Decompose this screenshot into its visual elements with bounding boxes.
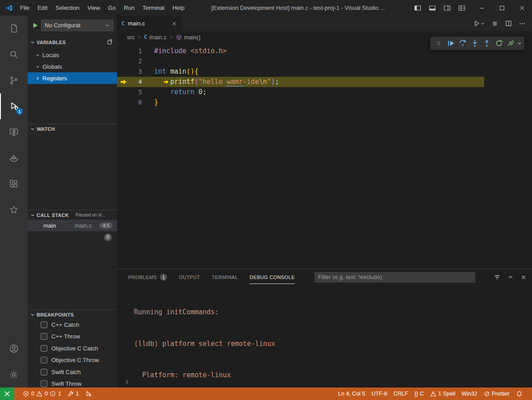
extensions-icon[interactable] — [0, 171, 28, 197]
tab-output[interactable]: OUTPUT — [179, 270, 200, 284]
menu-edit[interactable]: Edit — [34, 0, 51, 16]
explorer-icon[interactable] — [0, 16, 28, 42]
split-editor-icon[interactable] — [505, 20, 512, 27]
restart-button[interactable] — [493, 38, 505, 49]
debug-config-dropdown[interactable]: No Configurat — [41, 20, 113, 31]
breakpoint-margin[interactable] — [117, 46, 130, 56]
breakpoint-row[interactable]: Objective C Catch — [28, 342, 117, 354]
drag-grip-icon[interactable] — [432, 38, 444, 49]
step-over-button[interactable] — [457, 38, 469, 49]
callstack-section-header[interactable]: CALL STACK Paused on st... — [28, 210, 117, 220]
language-mode[interactable]: {}C — [411, 388, 427, 400]
maximize-panel-icon[interactable] — [507, 274, 514, 280]
more-actions-icon[interactable] — [519, 20, 526, 27]
breakpoints-section-header[interactable]: BREAKPOINTS — [28, 309, 117, 319]
code-editor[interactable]: 1 #include <stdio.h> 2 3 int main(){ 4 p… — [117, 43, 532, 269]
breadcrumb-symbol[interactable]: main() — [184, 34, 201, 41]
console-prompt-icon[interactable] — [124, 379, 130, 385]
current-line-arrow-icon[interactable] — [117, 77, 130, 87]
breakpoint-checkbox[interactable] — [41, 333, 47, 340]
breakpoint-row[interactable]: Swift Catch — [28, 366, 117, 378]
breakpoint-checkbox[interactable] — [41, 345, 47, 352]
minimize-button[interactable] — [472, 0, 492, 16]
maximize-button[interactable] — [492, 0, 512, 16]
breakpoint-checkbox[interactable] — [41, 357, 47, 363]
tab-problems[interactable]: PROBLEMS1 — [128, 269, 167, 285]
disconnect-button[interactable] — [505, 38, 517, 49]
tools-status[interactable]: 1 — [64, 388, 82, 400]
encoding-selector[interactable]: UTF-8 — [369, 388, 390, 400]
console-filter-input[interactable] — [314, 272, 475, 283]
tab-debug-console[interactable]: DEBUG CONSOLE — [250, 270, 295, 284]
breadcrumb-folder[interactable]: src — [127, 34, 134, 41]
breadcrumb-file[interactable]: main.c — [150, 34, 167, 41]
toggle-sidebar-icon[interactable] — [414, 4, 421, 12]
breakpoint-margin[interactable] — [117, 67, 130, 77]
eol-selector[interactable]: CRLF — [390, 388, 411, 400]
filter-list-icon[interactable] — [494, 274, 501, 281]
menu-help[interactable]: Help — [168, 0, 189, 16]
chevron-down-icon[interactable] — [517, 41, 522, 46]
search-icon[interactable] — [0, 42, 28, 67]
breakpoint-margin[interactable] — [117, 56, 130, 67]
menu-view[interactable]: View — [84, 0, 104, 16]
breakpoint-row[interactable]: Objective C Throw — [28, 354, 117, 367]
breakpoint-row[interactable]: C++ Catch — [28, 319, 117, 331]
breakpoint-checkbox[interactable] — [41, 321, 47, 328]
settings-gear-icon[interactable] — [0, 362, 28, 388]
breakpoint-margin[interactable] — [117, 97, 130, 108]
remote-explorer-icon[interactable] — [0, 119, 28, 145]
variables-registers-item[interactable]: Registers — [28, 72, 117, 84]
debug-start-status[interactable] — [82, 388, 95, 400]
collapse-all-icon[interactable] — [106, 39, 113, 46]
menu-go[interactable]: Go — [104, 0, 120, 16]
variables-section-header[interactable]: VARIABLES — [28, 38, 117, 47]
close-panel-icon[interactable] — [520, 274, 527, 280]
error-count: 0 — [31, 391, 34, 397]
docker-icon[interactable] — [0, 145, 28, 171]
customize-layout-icon[interactable] — [458, 4, 465, 12]
watch-section-header[interactable]: WATCH — [28, 124, 117, 133]
tab-terminal[interactable]: TERMINAL — [212, 270, 238, 284]
toggle-panel-icon[interactable] — [429, 4, 436, 12]
account-icon[interactable] — [0, 336, 28, 362]
run-file-button[interactable] — [473, 20, 485, 27]
callstack-frame-row[interactable]: main main.c 4:5 — [28, 220, 117, 231]
star-icon[interactable] — [0, 197, 28, 223]
breakpoint-margin[interactable] — [117, 87, 130, 97]
close-button[interactable] — [512, 0, 532, 16]
menu-run[interactable]: Run — [120, 0, 138, 16]
code-token: int — [154, 67, 170, 75]
settings-gear-icon[interactable] — [491, 20, 498, 27]
formatter-status[interactable]: Prettier — [481, 388, 513, 400]
menu-terminal[interactable]: Terminal — [138, 0, 168, 16]
notifications-bell[interactable] — [513, 388, 526, 400]
run-debug-icon[interactable]: 1 — [0, 93, 28, 119]
step-out-button[interactable] — [481, 38, 493, 49]
cursor-position[interactable]: Ln 4, Col 5 — [335, 388, 368, 400]
variables-locals-item[interactable]: Locals — [28, 49, 117, 61]
activity-bar: 1 — [0, 16, 28, 388]
variables-globals-item[interactable]: Globals — [28, 61, 117, 72]
breakpoint-checkbox[interactable] — [41, 369, 47, 375]
step-into-button[interactable] — [469, 38, 481, 49]
toggle-secondary-sidebar-icon[interactable] — [444, 4, 451, 12]
spell-checker-status[interactable]: 1 Spell — [427, 388, 458, 400]
remote-indicator[interactable] — [0, 388, 14, 400]
tab-main-c[interactable]: C main.c — [117, 16, 182, 31]
menu-selection[interactable]: Selection — [51, 0, 83, 16]
prettier-disabled-icon — [484, 391, 490, 397]
close-tab-icon[interactable] — [171, 21, 177, 27]
start-debug-icon[interactable] — [32, 22, 38, 29]
wrench-icon — [67, 391, 74, 397]
menu-file[interactable]: File — [16, 0, 34, 16]
breakpoint-row[interactable]: C++ Throw — [28, 331, 117, 343]
breakpoint-checkbox[interactable] — [41, 380, 47, 387]
platform-status[interactable]: Win32 — [458, 388, 480, 400]
c-file-icon: C — [144, 34, 147, 40]
breakpoints-title: BREAKPOINTS — [37, 312, 74, 317]
source-control-icon[interactable] — [0, 67, 28, 93]
problems-status[interactable]: 0 0 1 — [20, 388, 64, 400]
continue-button[interactable] — [444, 38, 457, 49]
platform-label: Win32 — [461, 391, 477, 397]
